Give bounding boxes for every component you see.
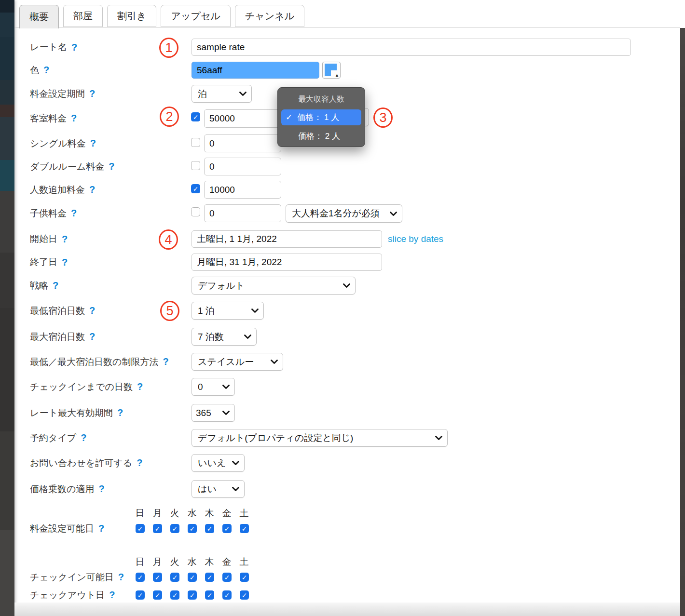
check-icon: ✓ <box>155 574 161 581</box>
day-checkbox-wed[interactable]: ✓ <box>188 573 197 582</box>
strategy-select[interactable]: デフォルト <box>192 277 356 295</box>
allow-inquiries-label: お問い合わせを許可する ? <box>30 454 142 472</box>
rate-settings-page: { "icons": { "help": "?", "check": "✓", … <box>0 0 685 616</box>
day-checkbox-sun[interactable]: ✓ <box>136 573 145 582</box>
end-date-input[interactable] <box>192 254 382 271</box>
day-checkbox-sat[interactable]: ✓ <box>240 524 249 533</box>
end-date-label: 終了日 ? <box>30 254 68 271</box>
day-checkbox-thu[interactable]: ✓ <box>205 573 214 582</box>
day-checkbox-tue[interactable]: ✓ <box>170 573 179 582</box>
check-icon: ✓ <box>190 574 195 581</box>
min-stay-select[interactable]: 1 泊 <box>192 302 264 320</box>
day-checkbox-sun[interactable]: ✓ <box>136 524 145 533</box>
check-icon: ✓ <box>224 574 230 581</box>
day-checkbox-sun[interactable]: ✓ <box>136 590 145 600</box>
color-picker-button[interactable]: ▲ <box>322 62 341 79</box>
check-icon: ✓ <box>155 525 161 532</box>
room-rate-checkbox[interactable]: ✓ <box>191 112 200 121</box>
check-icon: ✓ <box>207 574 213 581</box>
rate-name-input[interactable] <box>192 39 631 56</box>
min-stay-label: 最低宿泊日数 ? <box>30 302 95 320</box>
annotation-circle-1: 1 <box>159 38 178 58</box>
day-checkbox-fri[interactable]: ✓ <box>222 573 232 582</box>
checkin-days-checkboxes: ✓ ✓ ✓ ✓ ✓ ✓ ✓ <box>136 573 249 582</box>
day-checkbox-tue[interactable]: ✓ <box>170 590 179 600</box>
start-date-label: 開始日 ? <box>30 230 68 248</box>
child-rate-mode-select[interactable]: 大人料金1名分が必須 <box>286 204 402 223</box>
rate-available-days-label: 料金設定可能日 ? <box>30 524 104 533</box>
day-checkbox-wed[interactable]: ✓ <box>188 590 197 600</box>
check-icon: ✓ <box>224 525 230 532</box>
booking-type-select[interactable]: デフォルト(プロパティの設定と同じ) <box>192 429 448 447</box>
double-room-rate-checkbox[interactable]: ✓ <box>191 161 200 170</box>
check-icon: ✓ <box>190 525 195 532</box>
rate-max-validity-select[interactable]: 365 <box>192 404 235 422</box>
check-icon: ✓ <box>137 592 143 599</box>
start-date-input[interactable] <box>192 230 382 248</box>
single-rate-label: シングル料金 ? <box>30 134 96 152</box>
day-checkbox-thu[interactable]: ✓ <box>205 590 214 600</box>
chevron-down-icon <box>222 385 230 389</box>
weekday-header: 日月火水木金土 <box>131 507 253 520</box>
day-checkbox-tue[interactable]: ✓ <box>170 524 179 533</box>
day-checkbox-fri[interactable]: ✓ <box>222 590 232 600</box>
day-checkbox-sat[interactable]: ✓ <box>240 573 249 582</box>
price-multiplier-select[interactable]: はい <box>192 480 245 498</box>
check-icon: ✓ <box>190 592 195 599</box>
chevron-down-icon <box>343 283 350 288</box>
color-input[interactable] <box>192 62 319 79</box>
help-icon: ? <box>89 331 95 342</box>
popup-option-selected[interactable]: ✓ 価格： 1 人 <box>281 109 361 125</box>
day-checkbox-thu[interactable]: ✓ <box>205 524 214 533</box>
max-stay-select[interactable]: 7 泊数 <box>192 328 257 346</box>
booking-type-label: 予約タイプ ? <box>30 429 87 447</box>
panel-bottom-gradient <box>14 603 680 616</box>
allow-inquiries-select[interactable]: いいえ <box>192 454 245 472</box>
room-rate-input[interactable] <box>204 109 281 128</box>
single-rate-checkbox[interactable]: ✓ <box>191 138 200 147</box>
day-checkbox-mon[interactable]: ✓ <box>153 590 162 600</box>
help-icon: ? <box>71 113 77 124</box>
stay-restriction-label: 最低／最大宿泊日数の制限方法 ? <box>30 353 169 371</box>
rate-period-select[interactable]: 泊 <box>192 85 252 103</box>
check-icon: ✓ <box>172 574 178 581</box>
strategy-label: 戦略 ? <box>30 277 58 295</box>
single-rate-input[interactable] <box>204 134 281 152</box>
stay-restriction-select[interactable]: ステイスルー <box>192 353 283 371</box>
slice-by-dates-link[interactable]: slice by dates <box>388 230 443 248</box>
day-checkbox-wed[interactable]: ✓ <box>188 524 197 533</box>
tab-overview[interactable]: 概要 <box>19 5 59 28</box>
popup-option[interactable]: 価格： 2 人 <box>281 129 361 143</box>
check-icon: ✓ <box>207 525 213 532</box>
days-before-checkin-select[interactable]: 0 <box>192 378 235 396</box>
extra-person-rate-checkbox[interactable]: ✓ <box>191 184 200 193</box>
day-checkbox-fri[interactable]: ✓ <box>222 524 232 533</box>
checkout-days-checkboxes: ✓ ✓ ✓ ✓ ✓ ✓ ✓ <box>136 590 249 600</box>
help-icon: ? <box>89 305 95 316</box>
day-checkbox-mon[interactable]: ✓ <box>153 573 162 582</box>
day-checkbox-mon[interactable]: ✓ <box>153 524 162 533</box>
chevron-down-icon <box>244 335 251 339</box>
tab-rooms[interactable]: 部屋 <box>63 5 103 27</box>
check-icon: ✓ <box>193 114 199 121</box>
child-rate-input[interactable] <box>204 204 281 222</box>
check-icon: ✓ <box>242 592 247 599</box>
tab-discounts[interactable]: 割引き <box>107 5 156 27</box>
double-room-rate-input[interactable] <box>204 158 281 175</box>
child-rate-label: 子供料金 ? <box>30 204 77 222</box>
check-icon: ✓ <box>207 592 213 599</box>
check-icon: ✓ <box>286 112 292 122</box>
child-rate-checkbox[interactable]: ✓ <box>191 207 200 216</box>
chevron-down-icon <box>239 92 247 96</box>
annotation-circle-4: 4 <box>159 229 178 250</box>
max-stay-label: 最大宿泊日数 ? <box>30 328 95 346</box>
annotation-circle-2: 2 <box>160 107 179 127</box>
help-icon: ? <box>98 483 104 495</box>
extra-person-rate-input[interactable] <box>204 181 281 199</box>
day-checkbox-sat[interactable]: ✓ <box>240 590 249 600</box>
rate-max-validity-label: レート最大有効期間 ? <box>30 404 123 422</box>
tab-channels[interactable]: チャンネル <box>235 5 304 27</box>
help-icon: ? <box>137 381 143 392</box>
tab-upsell[interactable]: アップセル <box>161 5 230 27</box>
color-label: 色 ? <box>30 62 49 79</box>
